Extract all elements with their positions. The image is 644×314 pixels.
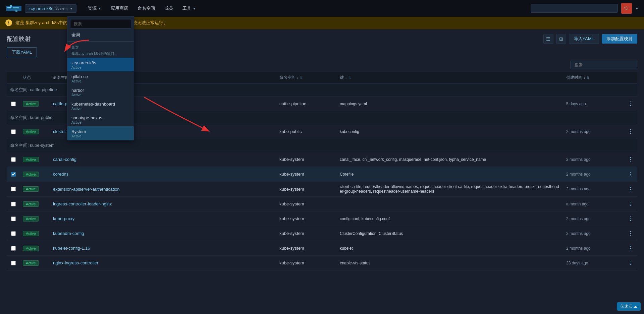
- table-row: Active kubelet-config-1.16 kube-system k…: [7, 241, 637, 256]
- status-badge: Active: [23, 172, 39, 177]
- nav-resources[interactable]: 资源 ▼: [83, 0, 106, 17]
- cluster-name-label: zcy-arch-k8s: [29, 6, 53, 11]
- dropdown-item-sonatype-nexus[interactable]: sonatype-nexus Active: [67, 113, 134, 126]
- row-checkbox[interactable]: [11, 261, 16, 265]
- row-checkbox[interactable]: [11, 187, 16, 191]
- dropdown-item-gitlab-ce[interactable]: gitlab-ce Active: [67, 71, 134, 85]
- dropdown-cluster-section: 集群: [67, 43, 134, 51]
- row-action-menu-button[interactable]: ⋮: [627, 258, 635, 267]
- nav-alert-button[interactable]: 🛡: [621, 3, 632, 14]
- row-action-menu-button[interactable]: ⋮: [627, 127, 635, 136]
- cluster-selector-button[interactable]: zcy-arch-k8s System ▼: [25, 4, 76, 13]
- status-badge: Active: [23, 186, 39, 192]
- row-checkbox[interactable]: [11, 102, 16, 106]
- row-checkbox[interactable]: [11, 202, 16, 206]
- row-checkbox[interactable]: [11, 246, 16, 251]
- cluster-search-input[interactable]: [70, 19, 131, 28]
- table-row: Active canal-config kube-system canal_if…: [7, 152, 637, 167]
- row-checkbox[interactable]: [11, 172, 16, 177]
- row-checkbox-cell[interactable]: [7, 99, 20, 109]
- row-namespace-cell: cattle-pipeline: [277, 99, 337, 109]
- download-yaml-button[interactable]: 下载YAML: [7, 47, 37, 57]
- dropdown-item-system[interactable]: System Active: [67, 126, 134, 140]
- status-badge: Active: [23, 246, 39, 251]
- dropdown-item-harbor[interactable]: harbor Active: [67, 85, 134, 99]
- table-row: Active coredns kube-system Corefile 2 mo…: [7, 167, 637, 182]
- row-checkbox[interactable]: [11, 129, 16, 134]
- ns-label-kube-system: 命名空间: kube-system: [7, 139, 637, 152]
- svg-rect-1: [7, 7, 11, 8]
- table-row: Active kube-proxy kube-system config.con…: [7, 211, 637, 226]
- row-checkbox[interactable]: [11, 157, 16, 162]
- row-checkbox[interactable]: [11, 231, 16, 236]
- row-name-link[interactable]: kube-proxy: [53, 216, 74, 221]
- nav-right-section: 🛡 ▼: [531, 3, 639, 14]
- svg-rect-3: [10, 5, 12, 7]
- grid-view-icon-button[interactable]: ⊞: [556, 34, 566, 44]
- status-badge: Active: [23, 260, 39, 266]
- row-name-link[interactable]: coredns: [53, 172, 68, 177]
- row-action-menu-button[interactable]: ⋮: [627, 214, 635, 223]
- status-badge: Active: [23, 216, 39, 222]
- list-view-icon-button[interactable]: ☰: [543, 34, 553, 44]
- row-action-menu-button[interactable]: ⋮: [627, 99, 635, 108]
- ns-group-kube-system: 命名空间: kube-system Active canal-config ku…: [7, 139, 637, 270]
- col-namespace-header[interactable]: 命名空间 ↕: [277, 75, 337, 80]
- dropdown-cluster-sub: 集群zcy-arch-k8s中的项目。: [67, 51, 134, 58]
- top-search-input[interactable]: [531, 4, 618, 13]
- col-status-header: 状态: [20, 75, 50, 80]
- col-created-header[interactable]: 创建时间 ↕: [564, 75, 624, 80]
- cluster-sub-label: System: [55, 6, 68, 10]
- nav-tools[interactable]: 工具 ▼: [178, 0, 201, 17]
- row-action-menu-button[interactable]: ⋮: [627, 229, 635, 238]
- row-actions-cell: ⋮: [624, 97, 637, 111]
- nav-appstore[interactable]: 应用商店: [106, 0, 133, 17]
- add-configmap-button[interactable]: 添加配置映射: [602, 34, 637, 44]
- row-name-link[interactable]: kubelet-config-1.16: [53, 246, 90, 251]
- tools-arrow-icon: ▼: [193, 7, 196, 10]
- col-keys-header[interactable]: 键 ↕: [337, 75, 564, 80]
- watermark: 亿速云 ☁: [617, 302, 641, 311]
- table-row: Active ingress-controller-leader-nginx k…: [7, 197, 637, 211]
- svg-rect-4: [15, 10, 17, 12]
- row-action-menu-button[interactable]: ⋮: [627, 185, 635, 194]
- configmap-search-input[interactable]: [570, 61, 637, 69]
- svg-rect-2: [13, 7, 19, 8]
- col-checkbox-header: [7, 75, 20, 80]
- row-action-menu-button[interactable]: ⋮: [627, 199, 635, 208]
- import-yaml-button[interactable]: 导入YAML: [569, 34, 599, 44]
- col-actions-header: [624, 75, 637, 80]
- status-badge: Active: [23, 101, 39, 107]
- dropdown-item-kubernetes-dashboard[interactable]: kubernetes-dashboard Active: [67, 99, 134, 113]
- row-created-cell: 5 days ago: [564, 99, 624, 109]
- logo: [5, 3, 22, 14]
- row-name-link[interactable]: nginx-ingress-controller: [53, 260, 98, 265]
- header-actions: ☰ ⊞ 导入YAML 添加配置映射: [543, 34, 637, 44]
- table-row: Active extension-apiserver-authenticatio…: [7, 182, 637, 197]
- status-badge: Active: [23, 201, 39, 207]
- nav-namespace[interactable]: 命名空间: [133, 0, 160, 17]
- status-badge: Active: [23, 231, 39, 236]
- dropdown-item-zcy-arch-k8s[interactable]: zcy-arch-k8s Active: [67, 58, 134, 71]
- table-row: Active kubeadm-config kube-system Cluste…: [7, 226, 637, 241]
- row-status-cell: Active: [20, 99, 50, 109]
- row-action-menu-button[interactable]: ⋮: [627, 170, 635, 179]
- row-name-link[interactable]: canal-config: [53, 157, 76, 162]
- row-checkbox[interactable]: [11, 216, 16, 221]
- status-badge: Active: [23, 157, 39, 162]
- table-row: Active nginx-ingress-controller kube-sys…: [7, 256, 637, 270]
- cluster-dropdown-popup: 全局 集群 集群zcy-arch-k8s中的项目。 zcy-arch-k8s A…: [67, 16, 134, 140]
- dropdown-divider: [67, 41, 134, 42]
- dropdown-item-global[interactable]: 全局: [67, 30, 134, 40]
- row-action-menu-button[interactable]: ⋮: [627, 244, 635, 253]
- row-action-menu-button[interactable]: ⋮: [627, 155, 635, 164]
- page-title: 配置映射: [7, 35, 31, 43]
- resources-arrow-icon: ▼: [98, 7, 101, 10]
- row-name-link[interactable]: kubeadm-config: [53, 231, 84, 236]
- top-navigation: zcy-arch-k8s System ▼ 资源 ▼ 应用商店 命名空间 成员 …: [0, 0, 644, 17]
- cluster-dropdown-arrow: ▼: [69, 7, 73, 10]
- row-name-link[interactable]: ingress-controller-leader-nginx: [53, 201, 112, 206]
- status-badge: Active: [23, 129, 39, 134]
- row-name-link[interactable]: extension-apiserver-authentication: [53, 187, 120, 192]
- nav-members[interactable]: 成员: [160, 0, 178, 17]
